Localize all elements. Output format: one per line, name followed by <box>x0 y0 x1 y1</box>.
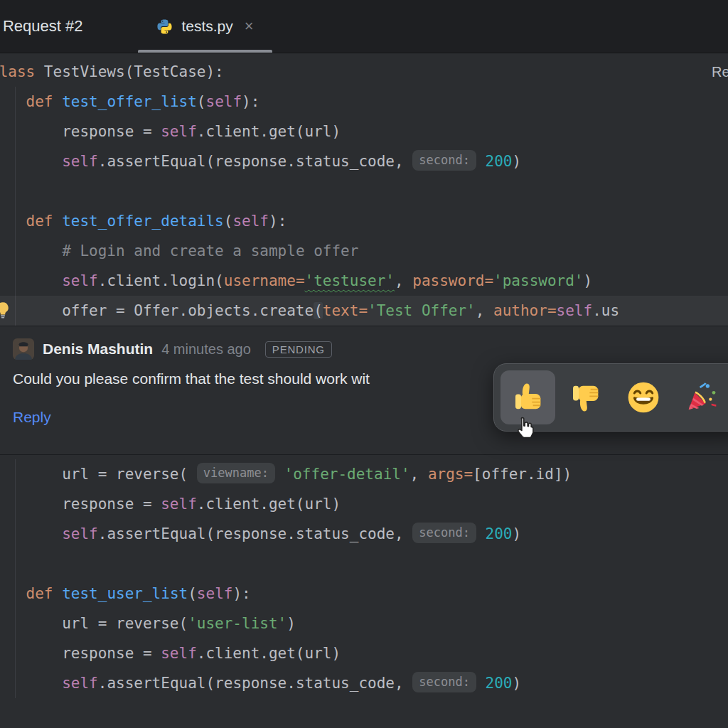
code-token: ): <box>269 213 287 230</box>
code-token: self <box>161 496 197 513</box>
inlay-hint: viewname: <box>197 463 275 483</box>
python-icon <box>156 18 173 35</box>
code-token: , <box>395 272 412 289</box>
code-token: 200 <box>486 153 513 170</box>
tab-tests-py[interactable]: tests.py × <box>138 0 272 53</box>
reply-link[interactable]: Reply <box>13 409 51 426</box>
code-line[interactable]: offer = Offer.objects.create(text='Test … <box>0 296 728 326</box>
active-tab-indicator <box>138 50 272 53</box>
code-line[interactable]: response = self.client.get(url) <box>0 117 728 146</box>
avatar[interactable] <box>13 338 34 360</box>
code-token: .assertEqual(response.status_code, <box>98 153 413 170</box>
tab-pull-request[interactable]: ll Request #2 <box>0 0 97 53</box>
code-token: ): <box>232 585 250 602</box>
code-token <box>0 213 26 230</box>
code-token: response = <box>0 496 161 513</box>
code-token: self <box>161 645 197 662</box>
thumbs-up-icon <box>511 380 545 414</box>
status-badge: PENDING <box>265 341 332 358</box>
code-token: test_offer_list <box>62 93 197 110</box>
code-token: def <box>26 213 53 230</box>
comment-author: Denis Mashutin <box>43 341 153 358</box>
code-token: args= <box>428 466 473 483</box>
reaction-thumbs-down[interactable] <box>558 370 613 424</box>
code-token: self <box>557 302 593 319</box>
code-line[interactable]: class TestViews(TestCase): <box>0 57 728 87</box>
code-token: .client.get(url) <box>197 496 341 513</box>
code-token <box>0 585 26 602</box>
inlay-hint: second: <box>412 672 476 692</box>
code-token: response = <box>0 123 161 140</box>
code-line[interactable]: # Login and create a sample offer <box>0 236 728 266</box>
code-block-bottom: url = reverse( viewname: 'offer-detail',… <box>0 459 728 698</box>
code-token: ): <box>242 93 259 110</box>
code-token: ) <box>513 675 522 692</box>
code-line[interactable]: def test_offer_details(self): <box>0 206 728 236</box>
code-token: ( <box>197 93 206 110</box>
code-token: 'user-list' <box>188 615 287 632</box>
code-editor: Re class TestViews(TestCase): def test_o… <box>0 54 728 728</box>
code-token: class <box>0 63 35 80</box>
code-token <box>0 153 62 170</box>
thumbs-down-icon <box>569 380 603 414</box>
code-line[interactable]: self.client.login(username='testuser', p… <box>0 266 728 296</box>
code-token: 200 <box>486 525 513 542</box>
code-token <box>275 466 284 483</box>
code-token: password= <box>412 272 493 289</box>
code-token: 'offer-detail' <box>284 466 410 483</box>
code-line[interactable]: def test_user_list(self): <box>0 579 728 609</box>
code-line[interactable]: url = reverse('user-list') <box>0 609 728 638</box>
editor-tab-bar: ll Request #2 tests.py × <box>0 0 728 53</box>
code-token: url = reverse( <box>0 615 188 632</box>
grinning-face-icon <box>626 380 660 414</box>
code-token: self <box>62 272 98 289</box>
code-token: response = <box>0 645 161 662</box>
reaction-grinning-face[interactable] <box>616 370 670 424</box>
code-token: [offer.id]) <box>473 466 572 483</box>
code-token: .us <box>592 302 619 319</box>
code-token: self <box>197 585 233 602</box>
code-token <box>0 242 62 259</box>
inlay-hint: second: <box>412 523 476 543</box>
code-token: test_offer_details <box>62 213 224 230</box>
code-token: username= <box>224 272 305 289</box>
code-token: offer = Offer.objects.create <box>0 302 314 319</box>
code-token: , <box>410 466 428 483</box>
code-token: ) <box>584 272 593 289</box>
code-token: .assertEqual(response.status_code, <box>98 525 413 542</box>
code-token: 'testuser' <box>305 272 395 289</box>
ide-window: ll Request #2 tests.py × Re class TestVi… <box>0 0 728 728</box>
reaction-party-popper[interactable] <box>673 370 728 424</box>
code-token: .client.login( <box>98 272 224 289</box>
code-token <box>0 525 62 542</box>
code-line[interactable]: self.assertEqual(response.status_code, s… <box>0 519 728 549</box>
code-token <box>476 525 486 542</box>
code-token: text= <box>323 302 368 319</box>
intention-bulb-icon[interactable] <box>0 301 12 322</box>
close-tab-icon[interactable]: × <box>245 17 254 36</box>
code-line[interactable] <box>0 176 728 206</box>
code-line[interactable]: def test_offer_list(self): <box>0 87 728 117</box>
code-line[interactable]: self.assertEqual(response.status_code, s… <box>0 146 728 176</box>
tab-label: tests.py <box>181 18 232 35</box>
tab-pull-request-label: ll Request #2 <box>0 17 82 36</box>
code-line[interactable]: response = self.client.get(url) <box>0 638 728 668</box>
code-line[interactable]: response = self.client.get(url) <box>0 489 728 519</box>
code-token: author= <box>493 302 557 319</box>
code-token: ( <box>314 302 323 319</box>
code-line[interactable]: url = reverse( viewname: 'offer-detail',… <box>0 459 728 489</box>
code-token: # Login and create a sample offer <box>62 242 358 259</box>
code-line[interactable] <box>0 549 728 579</box>
code-token: TestViews(TestCase): <box>35 63 224 80</box>
code-token: 'password' <box>493 272 583 289</box>
code-token: self <box>62 525 98 542</box>
code-token: 200 <box>486 675 513 692</box>
code-token: .client.get(url) <box>197 123 341 140</box>
comment-timestamp: 4 minutes ago <box>161 341 251 358</box>
code-block-top: class TestViews(TestCase): def test_offe… <box>0 57 728 326</box>
code-token: self <box>232 213 269 230</box>
code-token <box>53 93 63 110</box>
code-line[interactable]: self.assertEqual(response.status_code, s… <box>0 668 728 698</box>
comment-header: Denis Mashutin 4 minutes ago PENDING <box>13 338 715 360</box>
code-token: .assertEqual(response.status_code, <box>98 675 413 692</box>
